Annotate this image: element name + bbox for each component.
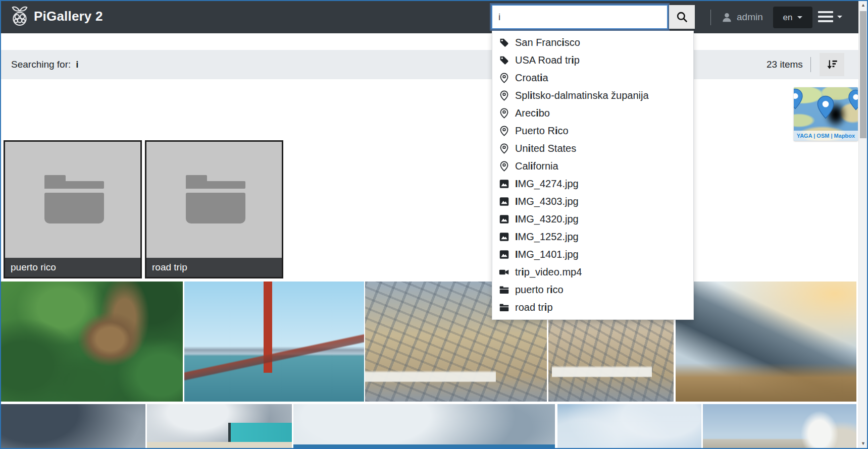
tag-icon — [499, 55, 509, 66]
user-menu[interactable]: admin — [721, 1, 763, 33]
location-icon — [499, 143, 509, 154]
item-count: 23 items — [767, 50, 803, 79]
suggestion-item[interactable]: puerto rico — [492, 281, 693, 299]
folder-icon — [499, 285, 509, 295]
suggestion-item[interactable]: IMG_1252.jpg — [492, 228, 693, 246]
suggestion-item[interactable]: California — [492, 157, 693, 175]
suggestion-item[interactable]: United States — [492, 140, 693, 157]
suggestion-label: Splitsko-dalmatinska županija — [515, 90, 649, 101]
search-button[interactable] — [669, 5, 695, 29]
folder-icon — [44, 175, 104, 226]
suggestion-label: trip_video.mp4 — [515, 266, 582, 278]
suggestion-label: California — [515, 160, 558, 172]
username: admin — [737, 12, 763, 23]
brand[interactable]: PiGallery 2 — [10, 6, 103, 27]
suggestion-label: Puerto Rico — [515, 125, 569, 137]
app-title: PiGallery 2 — [34, 9, 103, 24]
image-icon — [499, 232, 509, 242]
suggestion-label: United States — [515, 143, 576, 154]
photo-thumbnail-squirrel-in-ivy[interactable] — [1, 282, 183, 402]
suggestion-item[interactable]: trip_video.mp4 — [492, 263, 693, 281]
app-window: PiGallery 2 admin en — [0, 0, 868, 449]
suggestion-item[interactable]: IMG_4320.jpg — [492, 210, 693, 228]
suggestion-label: USA Road trip — [515, 54, 580, 66]
map-pin-icon — [794, 88, 804, 109]
suggestion-label: San Francisco — [515, 37, 580, 48]
location-icon — [499, 73, 509, 83]
caret-down-icon — [797, 16, 802, 19]
map-pin-icon — [816, 95, 835, 119]
suggestion-label: Arecibo — [515, 107, 550, 119]
folder-icon — [186, 175, 245, 226]
vertical-scrollbar[interactable]: ▲ ▼ — [858, 1, 867, 448]
map-pin-icon — [847, 89, 858, 110]
scrollbar-thumb[interactable] — [860, 11, 866, 138]
language-dropdown[interactable]: en — [773, 7, 812, 28]
suggestion-item[interactable]: Puerto Rico — [492, 122, 693, 140]
results-bar: Searching for: i 23 items — [1, 50, 858, 79]
folder-card[interactable]: road trip — [145, 140, 283, 278]
caret-down-icon — [837, 16, 842, 18]
location-icon — [499, 161, 509, 172]
photo-thumbnail-blue-sky[interactable] — [557, 404, 701, 448]
photo-thumbnail-golden-gate-bridge[interactable] — [184, 282, 364, 402]
folder-name: road trip — [146, 258, 282, 277]
suggestion-item[interactable]: Arecibo — [492, 104, 693, 122]
suggestion-label: IMG_4320.jpg — [515, 213, 579, 225]
image-icon — [499, 196, 509, 207]
image-icon — [499, 249, 509, 260]
suggestion-label: IMG_4303.jpg — [515, 196, 579, 207]
photo-thumbnail-city-dome-skyline[interactable] — [703, 404, 856, 448]
image-icon — [499, 179, 509, 189]
search-suggestions-panel: San FranciscoUSA Road tripCroatiaSplitsk… — [492, 31, 694, 320]
folder-icon — [499, 302, 509, 313]
suggestion-label: road trip — [515, 302, 553, 313]
language-code: en — [783, 13, 793, 23]
suggestion-item[interactable]: IMG_4274.jpg — [492, 175, 693, 193]
suggestion-item[interactable]: IMG_1401.jpg — [492, 246, 693, 263]
folder-card[interactable]: puerto rico — [4, 140, 142, 278]
navbar: PiGallery 2 admin en — [1, 1, 858, 33]
photo-thumbnail-cloudy-seascape[interactable] — [293, 404, 555, 448]
raspberry-pi-logo-icon — [10, 6, 29, 27]
location-icon — [499, 108, 509, 119]
suggestion-item[interactable]: road trip — [492, 299, 693, 316]
searching-for-label: Searching for: i — [11, 50, 79, 79]
search-query-text: i — [76, 59, 78, 70]
suggestion-label: Croatia — [515, 72, 548, 84]
suggestion-item[interactable]: San Francisco — [492, 34, 693, 51]
video-icon — [499, 267, 509, 277]
suggestion-label: IMG_1252.jpg — [515, 231, 579, 243]
person-icon — [721, 12, 733, 23]
search-input[interactable] — [491, 5, 668, 29]
count-divider — [810, 57, 811, 72]
magnifier-icon — [676, 11, 689, 24]
scroll-up-arrow[interactable]: ▲ — [859, 1, 867, 10]
sort-amount-down-icon — [826, 58, 839, 71]
suggestion-item[interactable]: Croatia — [492, 69, 693, 87]
main-menu-button[interactable] — [818, 11, 842, 22]
suggestion-item[interactable]: USA Road trip — [492, 51, 693, 69]
navbar-divider — [710, 10, 711, 25]
suggestion-item[interactable]: Splitsko-dalmatinska županija — [492, 87, 693, 104]
map-preview-button[interactable]: YAGA | OSM | Mapbox — [794, 87, 858, 141]
suggestion-item[interactable]: IMG_4303.jpg — [492, 193, 693, 210]
tag-icon — [499, 37, 509, 48]
photo-thumbnail-teal-building[interactable] — [147, 404, 292, 448]
hamburger-icon — [818, 11, 833, 22]
image-icon — [499, 214, 509, 224]
suggestion-label: puerto rico — [515, 284, 564, 296]
location-icon — [499, 126, 509, 136]
map-attribution: YAGA | OSM | Mapbox — [794, 131, 858, 141]
photo-thumbnail-mountain-sunrise[interactable] — [676, 282, 856, 402]
folder-name: puerto rico — [5, 258, 140, 277]
suggestion-label: IMG_4274.jpg — [515, 178, 579, 190]
scroll-down-arrow[interactable]: ▼ — [859, 439, 867, 448]
photo-thumbnail-storm-clouds[interactable] — [1, 404, 145, 448]
sort-button[interactable] — [820, 53, 844, 76]
location-icon — [499, 90, 509, 101]
suggestion-label: IMG_1401.jpg — [515, 249, 579, 260]
